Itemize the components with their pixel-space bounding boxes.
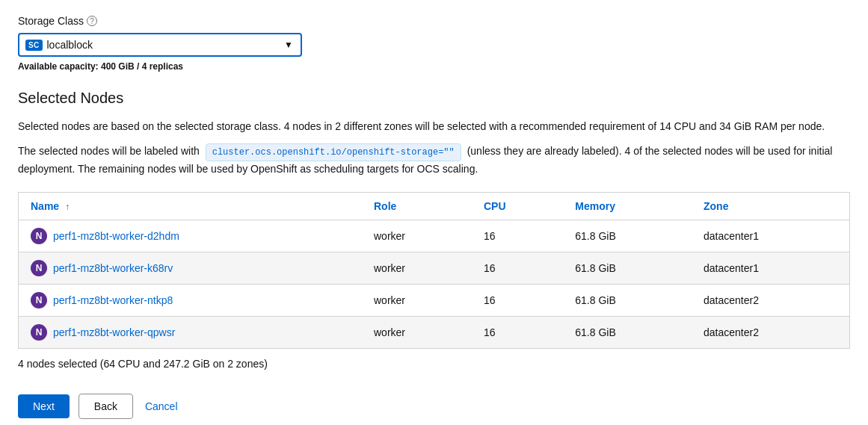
nodes-table-header: Name ↑ Role CPU Memory Zone [19,193,850,220]
node-name-cell-0: N perf1-mz8bt-worker-d2hdm [19,220,362,252]
node-icon: N [31,292,47,308]
sort-icon: ↑ [65,202,70,212]
available-capacity-label: Available capacity: [18,61,99,72]
node-memory-0: 61.8 GiB [563,220,692,252]
nodes-table: Name ↑ Role CPU Memory Zone N perf1-mz8b… [18,192,850,349]
next-button[interactable]: Next [18,394,70,418]
storage-class-name: localblock [47,39,93,51]
column-name-label: Name [31,200,59,212]
node-role-3: worker [362,317,472,349]
node-name-link[interactable]: perf1-mz8bt-worker-k68rv [53,262,173,274]
node-name-cell-1: N perf1-mz8bt-worker-k68rv [19,252,362,285]
selected-nodes-section: Selected Nodes Selected nodes are based … [18,90,850,370]
node-icon: N [31,228,47,244]
label-description-line: The selected nodes will be labeled with … [18,143,850,177]
node-memory-2: 61.8 GiB [563,285,692,317]
sc-badge: SC [25,40,43,51]
nodes-table-header-row: Name ↑ Role CPU Memory Zone [19,193,850,220]
chevron-down-icon: ▼ [284,40,293,50]
node-zone-1: datacenter1 [692,252,849,285]
cancel-button[interactable]: Cancel [142,394,181,418]
table-row: N perf1-mz8bt-worker-k68rv worker1661.8 … [19,252,850,285]
node-name-link[interactable]: perf1-mz8bt-worker-d2hdm [53,230,179,242]
selected-nodes-title: Selected Nodes [18,90,850,107]
storage-class-selected-value: SC localblock [25,39,93,51]
node-name-wrapper: N perf1-mz8bt-worker-k68rv [31,260,350,276]
node-role-1: worker [362,252,472,285]
node-name-wrapper: N perf1-mz8bt-worker-d2hdm [31,228,350,244]
column-header-role: Role [362,193,472,220]
node-name-wrapper: N perf1-mz8bt-worker-qpwsr [31,324,350,341]
node-icon: N [31,324,47,341]
storage-class-label: Storage Class ? [18,15,850,27]
node-role-0: worker [362,220,472,252]
node-memory-3: 61.8 GiB [563,317,692,349]
label-badge: cluster.ocs.openshift.io/openshift-stora… [206,143,461,161]
node-cpu-0: 16 [472,220,563,252]
node-name-wrapper: N perf1-mz8bt-worker-ntkp8 [31,292,350,308]
storage-class-label-text: Storage Class [18,15,84,27]
node-zone-3: datacenter2 [692,317,849,349]
node-zone-0: datacenter1 [692,220,849,252]
nodes-table-body: N perf1-mz8bt-worker-d2hdm worker1661.8 … [19,220,850,349]
node-role-2: worker [362,285,472,317]
node-name-cell-3: N perf1-mz8bt-worker-qpwsr [19,317,362,349]
nodes-summary: 4 nodes selected (64 CPU and 247.2 GiB o… [18,358,850,370]
table-row: N perf1-mz8bt-worker-qpwsr worker1661.8 … [19,317,850,349]
help-icon[interactable]: ? [87,16,97,26]
node-cpu-1: 16 [472,252,563,285]
back-button[interactable]: Back [79,394,133,419]
column-header-zone: Zone [692,193,849,220]
column-header-memory: Memory [563,193,692,220]
node-name-link[interactable]: perf1-mz8bt-worker-qpwsr [53,326,175,338]
node-memory-1: 61.8 GiB [563,252,692,285]
storage-class-dropdown[interactable]: SC localblock ▼ [18,33,302,57]
column-header-cpu: CPU [472,193,563,220]
node-icon: N [31,260,47,276]
storage-class-section: Storage Class ? SC localblock ▼ Availabl… [18,15,850,72]
node-cpu-3: 16 [472,317,563,349]
table-row: N perf1-mz8bt-worker-d2hdm worker1661.8 … [19,220,850,252]
nodes-description: Selected nodes are based on the selected… [18,119,850,134]
actions-bar: Next Back Cancel [18,394,850,419]
node-name-cell-2: N perf1-mz8bt-worker-ntkp8 [19,285,362,317]
table-row: N perf1-mz8bt-worker-ntkp8 worker1661.8 … [19,285,850,317]
available-capacity-value: 400 GiB / 4 replicas [101,61,183,72]
node-zone-2: datacenter2 [692,285,849,317]
node-name-link[interactable]: perf1-mz8bt-worker-ntkp8 [53,294,173,306]
available-capacity: Available capacity: 400 GiB / 4 replicas [18,61,850,72]
column-header-name[interactable]: Name ↑ [19,193,362,220]
storage-class-select-display[interactable]: SC localblock ▼ [18,33,302,57]
label-line-before: The selected nodes will be labeled with [18,145,200,157]
node-cpu-2: 16 [472,285,563,317]
